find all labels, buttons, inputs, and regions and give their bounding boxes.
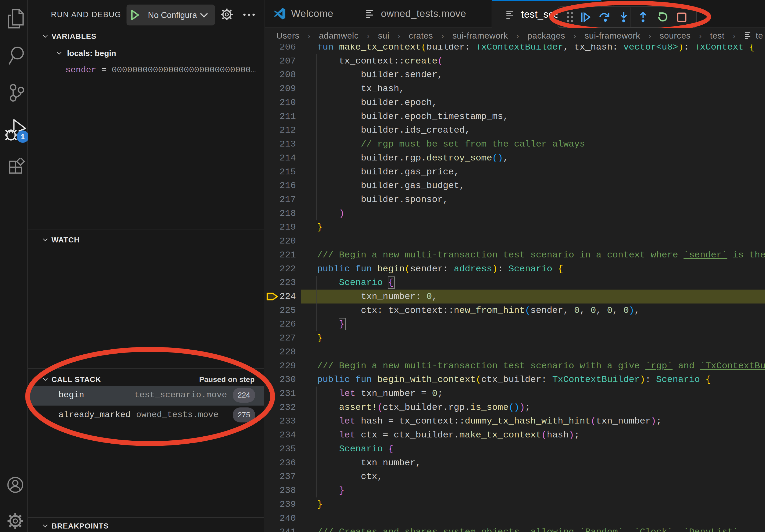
svg-text:1: 1 (21, 133, 25, 141)
